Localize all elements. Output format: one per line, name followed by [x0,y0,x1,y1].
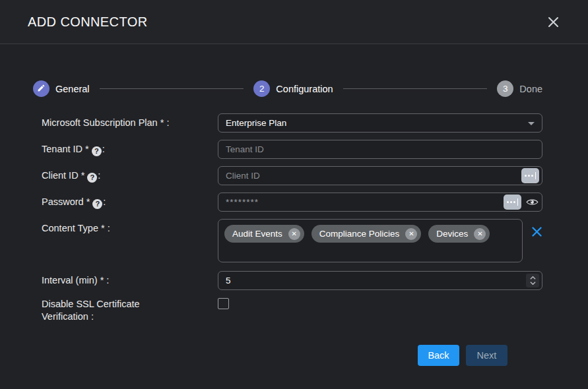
password-row: Password *?: [42,193,542,212]
step2-label: Configuration [276,84,333,94]
next-button[interactable]: Next [466,345,507,366]
dialog-title: ADD CONNECTOR [28,15,148,30]
password-reveal-button[interactable] [526,197,539,207]
back-button[interactable]: Back [418,345,459,366]
step3-label: Done [519,84,542,94]
subscription-plan-label: Microsoft Subscription Plan * : [42,113,218,133]
chevron-up-icon [530,276,536,280]
dialog-footer: Back Next [42,330,542,366]
interval-input[interactable] [218,271,542,290]
step-connector-line [343,88,488,89]
chip-remove-icon[interactable]: ✕ [288,228,300,240]
interval-label: Interval (min) * : [42,271,218,290]
chevron-down-icon [528,122,535,125]
client-id-input[interactable] [218,166,542,185]
clear-x-icon [531,229,542,239]
ellipsis-cursor-icon [507,198,519,206]
close-button[interactable] [544,13,563,32]
interval-row: Interval (min) * : [42,271,542,290]
password-label: Password *?: [42,193,218,212]
chevron-down-icon [530,282,536,285]
pencil-icon [37,84,46,94]
step1-label: General [55,84,90,94]
help-icon[interactable]: ? [87,173,97,183]
content-type-clear-button[interactable] [531,226,542,237]
tenant-id-input[interactable] [218,140,542,159]
chip-audit-events: Audit Events ✕ [224,225,304,243]
password-input[interactable] [218,193,542,212]
chip-remove-icon[interactable]: ✕ [405,228,417,240]
eye-icon [526,199,539,209]
tenant-id-row: Tenant ID *?: [42,140,542,159]
step-done: 3 Done [497,80,542,97]
number-stepper[interactable] [526,274,539,287]
subscription-plan-select[interactable]: Enterprise Plan [218,113,542,133]
subscription-plan-value: Enterprise Plan [226,118,286,128]
step1-circle [33,80,49,97]
client-id-picker-button[interactable] [521,168,539,183]
disable-ssl-row: Disable SSL Certificate Verification : [42,297,542,323]
wizard-stepper: General 2 Configuration 3 Done [33,80,542,97]
content-type-multiselect[interactable]: Audit Events ✕ Compliance Policies ✕ Dev… [218,219,523,262]
step3-circle: 3 [497,80,513,97]
chip-compliance-policies: Compliance Policies ✕ [311,225,422,243]
content-type-row: Content Type * : Audit Events ✕ Complian… [42,219,542,262]
step2-circle: 2 [253,80,270,97]
step-configuration[interactable]: 2 Configuration [253,80,333,97]
dialog-header: ADD CONNECTOR [0,0,588,44]
connector-config-form: Microsoft Subscription Plan * : Enterpri… [0,97,588,366]
tenant-id-label: Tenant ID *?: [42,140,218,159]
content-type-label: Content Type * : [42,219,218,262]
help-icon[interactable]: ? [92,199,102,209]
ellipsis-cursor-icon [525,172,537,179]
step-connector-line [100,88,244,89]
disable-ssl-checkbox[interactable] [218,298,229,309]
chip-remove-icon[interactable]: ✕ [474,228,486,240]
step-general[interactable]: General [33,80,90,97]
disable-ssl-label: Disable SSL Certificate Verification : [42,297,218,323]
client-id-row: Client ID *?: [42,166,542,185]
close-icon [546,21,560,31]
chip-devices: Devices ✕ [428,225,490,243]
subscription-plan-row: Microsoft Subscription Plan * : Enterpri… [42,113,542,133]
help-icon[interactable]: ? [92,146,102,156]
password-picker-button[interactable] [504,194,521,210]
client-id-label: Client ID *?: [42,166,218,185]
add-connector-dialog: ADD CONNECTOR General 2 Configuration 3 … [0,0,588,389]
